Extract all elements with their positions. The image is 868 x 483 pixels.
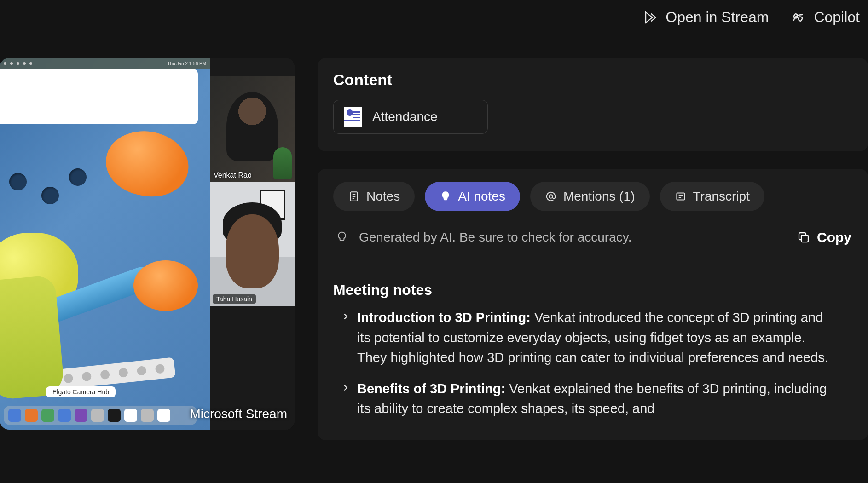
chevron-right-icon[interactable] [341,311,351,368]
detail-panel: Content Attendance Notes AI notes Mentio… [296,35,868,483]
copy-icon [797,230,810,244]
tab-notes-label: Notes [366,189,400,204]
copy-button[interactable]: Copy [797,230,851,245]
note-item: Introduction to 3D Printing: Venkat intr… [333,305,852,376]
notes-icon [348,190,360,202]
ai-disclaimer-text: Generated by AI. Be sure to check for ac… [359,230,631,245]
copy-label: Copy [817,230,851,245]
top-bar: Open in Stream Copilot [0,0,868,35]
chevron-right-icon[interactable] [341,383,351,419]
svg-point-6 [549,195,553,198]
attendance-button[interactable]: Attendance [333,100,488,134]
main-area: Thu Jan 2 1:56 PM Elgato Camera Hub [0,35,868,483]
ai-disclaimer-banner: Generated by AI. Be sure to check for ac… [333,217,852,261]
open-in-stream-label: Open in Stream [665,9,769,26]
mac-menubar: Thu Jan 2 1:56 PM [0,58,210,69]
svg-rect-5 [444,201,447,201]
meeting-notes-heading: Meeting notes [333,282,852,299]
attendance-label: Attendance [372,109,438,124]
tab-ai-notes-label: AI notes [458,189,505,204]
camera-hub-label: Elgato Camera Hub [46,386,116,397]
participant-tile[interactable] [210,76,295,182]
notes-card: Notes AI notes Mentions (1) Transcript [318,169,868,440]
video-frame[interactable]: Thu Jan 2 1:56 PM Elgato Camera Hub [0,58,295,430]
svg-rect-7 [677,193,684,200]
tab-transcript[interactable]: Transcript [660,182,764,211]
transcript-icon [675,190,687,202]
open-in-stream-button[interactable]: Open in Stream [642,9,769,26]
tab-mentions[interactable]: Mentions (1) [530,182,650,211]
attendance-report-icon [344,107,362,127]
tab-mentions-label: Mentions (1) [563,189,635,204]
shared-screen: Thu Jan 2 1:56 PM Elgato Camera Hub [0,58,210,430]
content-heading: Content [333,71,852,89]
meeting-notes-body: Meeting notes Introduction to 3D Printin… [333,261,852,427]
participant-tag: Taha Husain [213,294,256,304]
participant-name: Venkat Rao [214,171,252,179]
copilot-label: Copilot [814,9,860,26]
note-text: Benefits of 3D Printing: Venkat explaine… [357,379,836,419]
note-text: Introduction to 3D Printing: Venkat intr… [357,308,836,368]
tab-ai-notes[interactable]: AI notes [425,182,520,211]
svg-rect-11 [801,235,808,242]
lightbulb-outline-icon [335,230,349,244]
note-item: Benefits of 3D Printing: Venkat explaine… [333,376,852,427]
tab-transcript-label: Transcript [693,189,750,204]
menubar-clock: Thu Jan 2 1:56 PM [168,61,207,66]
at-icon [545,190,557,202]
stream-overlay-label: Microsoft Stream [190,407,287,421]
tab-notes[interactable]: Notes [333,182,415,211]
video-panel: Thu Jan 2 1:56 PM Elgato Camera Hub [0,35,296,483]
content-card: Content Attendance [318,58,868,151]
tabs-row: Notes AI notes Mentions (1) Transcript [333,182,852,211]
copilot-button[interactable]: Copilot [790,9,860,26]
lightbulb-icon [440,190,451,202]
copilot-icon [790,9,806,26]
open-in-stream-icon [642,10,658,25]
participant-tile[interactable]: Taha Husain [210,182,295,306]
participants-column: Venkat Rao Taha Husain [210,58,295,430]
mac-dock [4,406,197,425]
